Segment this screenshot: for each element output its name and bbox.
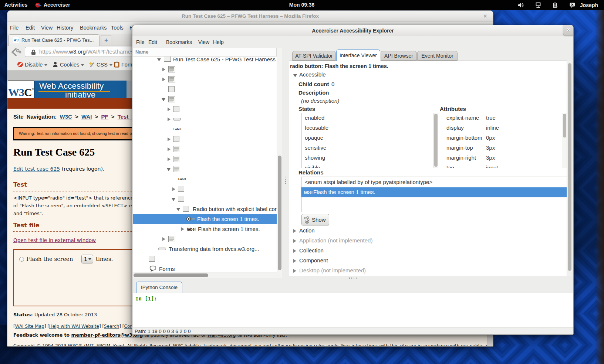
relation-type-row[interactable]: <enum atspi labelled by of type pyatspir… — [301, 177, 567, 187]
sitenav-link-pf[interactable]: PF — [101, 113, 108, 120]
section-collection[interactable]: Collection — [299, 247, 324, 254]
expander-closed-icon[interactable] — [168, 108, 171, 111]
firefox-menu-edit[interactable]: Edit — [26, 22, 35, 34]
expander-closed-icon[interactable] — [162, 78, 165, 81]
attribute-name[interactable]: margin-right — [446, 154, 476, 161]
list-row[interactable]: showing — [301, 153, 438, 163]
list-row[interactable]: focusable — [301, 123, 438, 133]
tree-row-label[interactable]: Label — [133, 174, 277, 184]
tree-row-radio-group[interactable]: Radio button with explicit label content — [133, 204, 277, 214]
states-scrollbar-thumb[interactable] — [434, 114, 438, 167]
tree-row-document[interactable] — [133, 164, 277, 174]
expander-closed-icon[interactable] — [181, 227, 184, 231]
back-button-icon[interactable] — [10, 47, 22, 57]
firefox-menu-bookmarks[interactable]: Bookmarks — [80, 22, 107, 34]
tree-row-document[interactable] — [133, 154, 277, 164]
attribute-name[interactable]: explicit-name — [446, 115, 479, 121]
tree-row-document[interactable] — [133, 234, 277, 244]
expander-closed-icon[interactable] — [168, 147, 171, 151]
accerciser-titlebar[interactable]: Accerciser Accessibility Explorer — [132, 25, 573, 36]
copyright-links[interactable]: W3C liability, trademark, document use a… — [173, 343, 325, 347]
tab-ipython-console[interactable]: IPython Console — [136, 282, 182, 293]
edit-test-link[interactable]: Edit test case 625 — [13, 166, 60, 172]
w3c-logo[interactable]: W3C® — [8, 81, 34, 98]
tree-row-frame[interactable]: Run Test Case 625 - PFWG Test Harness — [133, 57, 277, 64]
state-item[interactable]: enabled — [305, 115, 324, 121]
attribute-name[interactable]: display — [446, 125, 464, 131]
flash-radio-button[interactable] — [19, 257, 24, 262]
tab-atspi-validator[interactable]: AT-SPI Validator — [292, 51, 336, 61]
firefox-titlebar[interactable]: Run Test Case 625 – PFWG Test Harness – … — [7, 11, 493, 22]
clock[interactable]: Mon 09:36 — [283, 0, 320, 10]
state-item[interactable]: visible — [305, 164, 320, 168]
tree-row-panel[interactable] — [133, 254, 277, 264]
tree-vertical-scrollbar[interactable] — [277, 48, 282, 278]
accerciser-close-button[interactable]: × — [563, 25, 574, 36]
tab-event-monitor[interactable]: Event Monitor — [417, 51, 458, 61]
console-splitter-handle[interactable] — [349, 278, 357, 279]
tree-row-separator[interactable] — [133, 114, 277, 124]
expander-closed-icon[interactable] — [168, 137, 171, 141]
firefox-menu-tools[interactable]: Tools — [111, 22, 124, 34]
tree-vertical-scrollbar-thumb[interactable] — [278, 156, 281, 270]
expander-open-icon[interactable] — [293, 74, 297, 77]
attributes-scrollbar-thumb[interactable] — [563, 114, 566, 137]
expander-closed-icon[interactable] — [162, 68, 165, 71]
state-item[interactable]: focusable — [305, 125, 328, 131]
tree-row-label[interactable]: Label — [133, 124, 277, 134]
attribute-value[interactable]: 0px — [486, 135, 495, 141]
state-item[interactable]: sensitive — [305, 144, 326, 151]
expander-closed-icon[interactable] — [293, 229, 296, 233]
expander-open-icon[interactable] — [176, 208, 180, 211]
list-row[interactable]: enabled — [301, 113, 438, 123]
expander-open-icon[interactable] — [167, 168, 171, 171]
list-row[interactable]: visible — [301, 163, 438, 168]
expander-open-icon[interactable] — [157, 58, 161, 61]
devbar-cookies[interactable]: Cookies — [52, 59, 84, 71]
ipython-console[interactable]: In [1]: — [133, 293, 574, 327]
activities-button[interactable]: Activities — [4, 0, 27, 10]
footer-link-sitemap[interactable]: WAI Site Map — [15, 324, 44, 329]
expander-closed-icon[interactable] — [293, 239, 296, 243]
accessible-section-label[interactable]: Accessible — [299, 71, 326, 78]
tree-row-panel[interactable] — [133, 184, 277, 194]
list-row[interactable]: displayinline — [443, 123, 567, 133]
tree-horizontal-scrollbar-thumb[interactable] — [134, 273, 208, 277]
open-testfile-link[interactable]: Open test file in external window — [13, 237, 96, 243]
tree-row-document[interactable] — [133, 94, 277, 104]
tree-row-document[interactable] — [133, 74, 277, 84]
attribute-value[interactable]: inline — [486, 125, 499, 131]
firefox-menu-history[interactable]: History — [57, 22, 73, 34]
firefox-close-icon[interactable]: × — [482, 13, 489, 20]
sitenav-link-w3c[interactable]: W3C — [60, 113, 72, 120]
section-desktop[interactable]: Desktop (not implemented) — [299, 267, 366, 273]
devbar-disable[interactable]: Disable — [17, 59, 47, 71]
firefox-menu-view[interactable]: View — [41, 22, 53, 34]
tree-column-header[interactable]: Name — [133, 48, 277, 57]
state-item[interactable]: opaque — [305, 135, 323, 141]
attribute-value[interactable]: input — [486, 164, 498, 168]
attribute-name[interactable]: margin-top — [446, 144, 473, 151]
accerciser-menu-edit[interactable]: Edit — [148, 36, 157, 48]
expander-closed-icon[interactable] — [172, 187, 175, 191]
tree-row-panel[interactable] — [133, 194, 277, 204]
interface-viewer-scrollbar-thumb[interactable] — [568, 63, 571, 271]
attribute-value[interactable]: 3px — [486, 154, 495, 161]
accerciser-menu-help[interactable]: Help — [213, 36, 224, 48]
list-row[interactable]: margin-bottom0px — [443, 133, 567, 143]
accerciser-menu-file[interactable]: File — [136, 36, 145, 48]
new-tab-button[interactable]: + — [101, 35, 111, 45]
attribute-value[interactable]: 3px — [486, 144, 495, 151]
list-row[interactable]: explicit-nametrue — [443, 113, 567, 123]
tree-horizontal-scrollbar[interactable] — [133, 272, 277, 278]
system-status-area[interactable]: Joseph — [508, 0, 598, 10]
list-row[interactable]: opaque — [301, 133, 438, 143]
list-row[interactable]: margin-right3px — [443, 153, 567, 163]
accerciser-menu-view[interactable]: View — [198, 36, 209, 48]
tab-interface-viewer[interactable]: Interface Viewer — [336, 50, 380, 61]
state-item[interactable]: showing — [305, 154, 325, 161]
show-button[interactable]: Show — [301, 214, 329, 225]
expander-closed-icon[interactable] — [162, 237, 165, 241]
pane-splitter-handle[interactable] — [285, 177, 286, 184]
tree-row-panel[interactable] — [133, 134, 277, 144]
